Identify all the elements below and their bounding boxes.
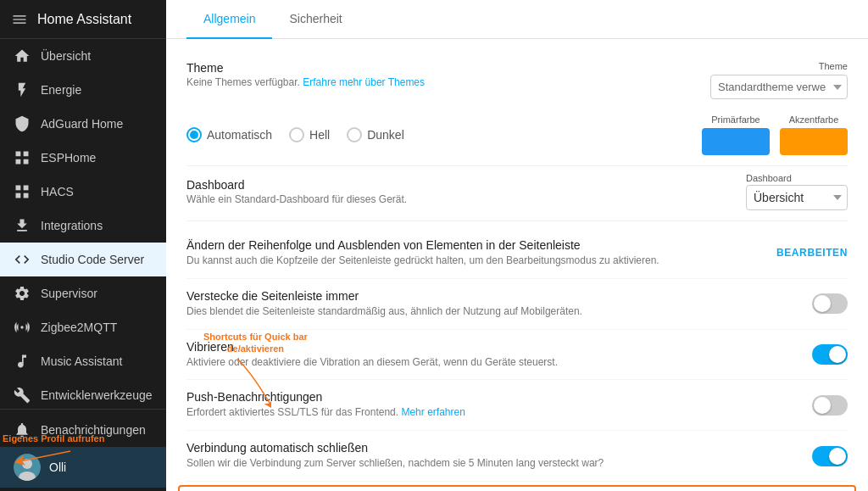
shield-icon	[14, 115, 31, 132]
sidebar-item-zigbee2mqtt[interactable]: Zigbee2MQTT	[0, 310, 166, 344]
auto-close-title: Verbindung automatisch schließen	[186, 441, 802, 455]
auto-close-text: Verbindung automatisch schließen Sollen …	[186, 441, 802, 471]
sidebar-item-label: HACS	[41, 185, 74, 198]
dashboard-desc: Wähle ein Standard-Dashboard für dieses …	[186, 193, 407, 205]
sidebar-item-label: Music Assistant	[41, 354, 122, 368]
gear-icon	[14, 285, 31, 302]
hide-sidebar-text: Verstecke die Seitenleiste immer Dies bl…	[186, 289, 802, 319]
dashboard-section: Dashboard Wähle ein Standard-Dashboard f…	[186, 173, 848, 210]
vibration-desc: Aktiviere oder deaktiviere die Vibration…	[186, 355, 802, 370]
sidebar-item-label: Übersicht	[41, 49, 91, 63]
hacs-icon	[14, 183, 31, 200]
auto-close-toggle[interactable]	[812, 446, 848, 466]
sidebar: Home Assistant Übersicht Energie AdGuard…	[0, 0, 166, 491]
dashboard-select[interactable]: Übersicht	[746, 185, 848, 210]
sidebar-order-row: Ändern der Reihenfolge und Ausblenden vo…	[186, 228, 848, 279]
tab-sicherheit[interactable]: Sicherheit	[272, 0, 359, 39]
sidebar-item-hacs[interactable]: HACS	[0, 175, 166, 209]
sidebar-item-music-assistant[interactable]: Music Assistant	[0, 344, 166, 378]
radio-circle-hell	[289, 127, 304, 142]
sidebar-item-studio-code[interactable]: Studio Code Server	[0, 243, 166, 276]
home-icon	[14, 47, 31, 64]
vibration-title: Vibrieren	[186, 340, 802, 354]
radio-label-hell: Hell	[309, 128, 330, 142]
theme-select[interactable]: Standardtheme verwe	[710, 75, 848, 99]
sidebar-title: Home Assistant	[37, 12, 131, 27]
sidebar-bottom: Benachrichtigungen Olli	[0, 409, 166, 491]
vibration-toggle[interactable]	[812, 344, 848, 365]
radio-row: Automatisch Hell Dunkel Primärfarbe	[186, 114, 848, 155]
theme-select-label: Theme	[819, 61, 848, 71]
svg-rect-0	[16, 186, 21, 191]
auto-close-row: Verbindung automatisch schließen Sollen …	[186, 431, 848, 482]
svg-rect-3	[24, 193, 29, 198]
push-notifications-text: Push-Benachrichtigungen Erfordert aktivi…	[186, 390, 802, 420]
accent-color-label: Akzentfarbe	[789, 114, 839, 125]
sidebar-item-uebersicht[interactable]: Übersicht	[0, 39, 166, 73]
radio-automatisch[interactable]: Automatisch	[186, 127, 272, 142]
sidebar-item-supervisor[interactable]: Supervisor	[0, 276, 166, 310]
sidebar-item-entwickler[interactable]: Entwicklerwerkzeuge	[0, 378, 166, 409]
avatar	[14, 454, 41, 481]
sidebar-item-label: AdGuard Home	[41, 117, 123, 131]
zigbee-icon	[14, 319, 31, 336]
push-notifications-desc: Erfordert aktiviertes SSL/TLS für das Fr…	[186, 405, 802, 420]
push-notifications-title: Push-Benachrichtigungen	[186, 390, 802, 404]
vibration-text: Vibrieren Aktiviere oder deaktiviere die…	[186, 340, 802, 370]
push-notifications-link[interactable]: Mehr erfahren	[401, 406, 465, 418]
theme-desc: Keine Themes verfügbar. Erfahre mehr übe…	[186, 76, 425, 88]
menu-icon[interactable]	[10, 10, 29, 29]
accent-color-swatch[interactable]	[780, 128, 848, 155]
primary-color-wrap: Primärfarbe	[702, 114, 770, 155]
sidebar-order-text: Ändern der Reihenfolge und Ausblenden vo…	[186, 238, 766, 268]
accent-color-wrap: Akzentfarbe	[780, 114, 848, 155]
radio-hell[interactable]: Hell	[289, 127, 330, 142]
vibration-row: Vibrieren Aktiviere oder deaktiviere die…	[186, 330, 848, 381]
sidebar-item-adguard[interactable]: AdGuard Home	[0, 107, 166, 141]
hide-sidebar-row: Verstecke die Seitenleiste immer Dies bl…	[186, 279, 848, 330]
auto-close-desc: Sollen wir die Verbindung zum Server sch…	[186, 456, 802, 471]
sidebar-item-label: Benachrichtigungen	[41, 423, 146, 437]
sidebar-item-label: Energie	[41, 83, 81, 97]
main-content: Allgemein Sicherheit Theme Keine Themes …	[166, 0, 868, 491]
svg-point-6	[19, 471, 36, 481]
dashboard-select-label: Dashboard	[746, 173, 848, 183]
sidebar-order-title: Ändern der Reihenfolge und Ausblenden vo…	[186, 238, 766, 252]
theme-desc-text: Keine Themes verfügbar.	[186, 76, 300, 88]
tab-allgemein[interactable]: Allgemein	[186, 0, 272, 39]
sidebar-item-label: Zigbee2MQTT	[41, 321, 117, 334]
radio-label-dunkel: Dunkel	[367, 128, 404, 142]
sidebar-item-energie[interactable]: Energie	[0, 73, 166, 107]
profile-name: Olli	[49, 460, 66, 474]
sidebar-order-edit-button[interactable]: BEARBEITEN	[776, 247, 848, 259]
theme-section: Theme Keine Themes verfügbar. Erfahre me…	[186, 53, 848, 155]
dashboard-title: Dashboard	[186, 178, 407, 192]
hide-sidebar-title: Verstecke die Seitenleiste immer	[186, 289, 802, 303]
radio-circle-dunkel	[347, 127, 362, 142]
svg-rect-1	[24, 186, 29, 191]
radio-label-automatisch: Automatisch	[207, 128, 272, 142]
sidebar-item-label: Integrations	[41, 219, 103, 232]
sidebar-item-benachrichtigungen[interactable]: Benachrichtigungen	[0, 413, 166, 447]
dashboard-select-wrap: Dashboard Übersicht	[746, 173, 848, 210]
theme-link[interactable]: Erfahre mehr über Themes	[303, 76, 425, 88]
sidebar-nav: Übersicht Energie AdGuard Home ESPHome H	[0, 39, 166, 409]
svg-point-4	[20, 326, 23, 328]
shortcuts-row: Tastaturkürzel Aktiviere oder deaktivier…	[178, 485, 856, 491]
sidebar-item-label: Entwicklerwerkzeuge	[41, 388, 153, 402]
push-notifications-toggle[interactable]	[812, 395, 848, 416]
sidebar-header: Home Assistant	[0, 0, 166, 39]
bell-icon	[14, 421, 31, 438]
theme-title: Theme	[186, 61, 425, 75]
hide-sidebar-toggle[interactable]	[812, 293, 848, 314]
svg-rect-2	[16, 193, 21, 198]
sidebar-profile[interactable]: Olli	[0, 447, 166, 488]
radio-circle-automatisch	[186, 127, 202, 142]
radio-dunkel[interactable]: Dunkel	[347, 127, 404, 142]
sidebar-item-esphome[interactable]: ESPHome	[0, 141, 166, 175]
primary-color-label: Primärfarbe	[711, 114, 760, 125]
sidebar-item-integrations[interactable]: Integrations	[0, 209, 166, 243]
hide-sidebar-desc: Dies blendet die Seitenleiste standardmä…	[186, 304, 802, 319]
sidebar-item-label: Studio Code Server	[41, 253, 144, 266]
primary-color-swatch[interactable]	[702, 128, 770, 155]
